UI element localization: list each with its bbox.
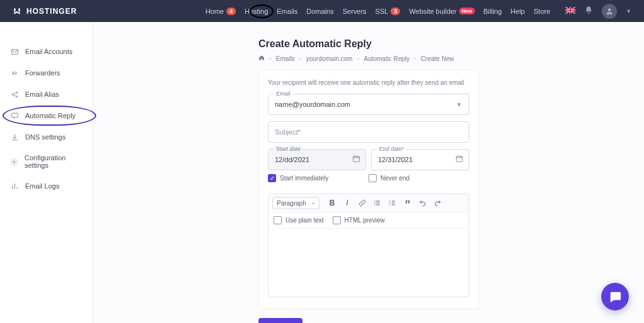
top-navigation: HOSTINGER Home4 Hosting Emails Domains S… — [0, 0, 644, 22]
sidebar-item-dns-settings[interactable]: DNS settings — [0, 126, 92, 148]
start-immediately-check[interactable]: Start immediately — [268, 174, 328, 182]
check-label: HTML preview — [345, 217, 385, 224]
home-icon[interactable] — [258, 55, 265, 62]
svg-rect-7 — [353, 156, 360, 162]
nav-store[interactable]: Store — [530, 5, 553, 18]
svg-point-10 — [374, 202, 375, 203]
breadcrumb: Emails yourdomain.com Automatic Reply Cr… — [258, 55, 479, 62]
gear-icon — [10, 157, 18, 166]
start-date-label: Start date — [274, 146, 303, 152]
email-input[interactable] — [269, 94, 469, 114]
create-button[interactable]: Create — [258, 318, 303, 323]
form-hint: Your recipient will receive one automati… — [268, 79, 469, 86]
sidebar-item-label: Email Accounts — [25, 48, 72, 55]
never-end-check[interactable]: Never end — [369, 174, 469, 182]
svg-text:3: 3 — [389, 204, 391, 206]
italic-button[interactable]: I — [341, 197, 353, 209]
checkbox-icon[interactable] — [369, 174, 377, 182]
nav-emails[interactable]: Emails — [273, 5, 301, 18]
email-field[interactable]: Email ▼ — [268, 94, 469, 115]
nav-ssl-badge: 3 — [391, 8, 400, 15]
html-preview-check[interactable]: HTML preview — [333, 216, 385, 224]
editor-options: Use plain text HTML preview — [269, 212, 469, 229]
brand-name: HOSTINGER — [26, 7, 77, 16]
chat-support-button[interactable] — [601, 283, 629, 310]
svg-point-6 — [13, 160, 15, 162]
subject-field[interactable] — [268, 121, 469, 143]
breadcrumb-item[interactable]: Emails — [276, 55, 295, 62]
link-button[interactable] — [356, 197, 369, 209]
checkbox-icon[interactable] — [268, 174, 276, 182]
sidebar-item-label: Configuration settings — [25, 154, 82, 169]
nav-servers[interactable]: Servers — [339, 5, 370, 18]
stats-icon — [10, 182, 19, 190]
sidebar-item-label: Forwarders — [25, 69, 60, 77]
nav-help[interactable]: Help — [507, 5, 529, 18]
nav-website-builder[interactable]: Website builderNew — [405, 5, 478, 18]
brand-logo-icon — [13, 7, 21, 16]
checkbox-icon[interactable] — [274, 216, 282, 224]
bold-button[interactable]: B — [326, 197, 338, 209]
mail-icon — [10, 47, 19, 56]
nav-right: ▼ — [565, 4, 631, 19]
start-date-field[interactable]: Start date — [268, 149, 366, 170]
calendar-icon[interactable] — [352, 155, 360, 165]
svg-rect-8 — [457, 156, 463, 162]
end-date-label: End date* — [377, 146, 407, 152]
sidebar-item-label: Email Alias — [25, 90, 59, 98]
forward-icon — [10, 68, 19, 77]
list-ordered-button[interactable]: 123 — [386, 197, 399, 209]
use-plain-text-check[interactable]: Use plain text — [274, 216, 324, 224]
subject-input[interactable] — [269, 122, 469, 142]
breadcrumb-item[interactable]: yourdomain.com — [306, 55, 353, 62]
end-date-input[interactable] — [372, 150, 469, 170]
brand[interactable]: HOSTINGER — [13, 7, 77, 16]
calendar-icon[interactable] — [455, 155, 464, 165]
sidebar-item-automatic-reply[interactable]: Automatic Reply — [0, 105, 92, 126]
user-menu-caret-icon[interactable]: ▼ — [626, 8, 631, 14]
checkbox-icon[interactable] — [333, 216, 341, 224]
share-icon — [10, 90, 19, 99]
nav-home[interactable]: Home4 — [202, 5, 240, 18]
sidebar-item-email-accounts[interactable]: Email Accounts — [0, 41, 92, 62]
svg-point-2 — [12, 94, 13, 95]
rich-text-editor: Paragraph B I 123 Use plain text — [268, 194, 469, 297]
sidebar-item-label: Automatic Reply — [25, 112, 75, 119]
download-icon — [10, 133, 19, 141]
nav-hosting[interactable]: Hosting — [241, 5, 272, 18]
format-select[interactable]: Paragraph — [272, 197, 319, 209]
nav-wb-badge: New — [459, 8, 474, 14]
sidebar-item-forwarders[interactable]: Forwarders — [0, 62, 92, 84]
sidebar-item-email-logs[interactable]: Email Logs — [0, 175, 92, 197]
chevron-down-icon[interactable]: ▼ — [456, 101, 462, 108]
undo-button[interactable] — [416, 197, 429, 209]
redo-button[interactable] — [431, 197, 444, 209]
quote-button[interactable] — [401, 197, 414, 209]
nav-billing[interactable]: Billing — [480, 5, 506, 18]
editor-toolbar: Paragraph B I 123 — [269, 194, 469, 212]
chat-icon — [10, 111, 19, 120]
svg-rect-1 — [11, 49, 18, 54]
language-icon[interactable] — [565, 7, 575, 16]
notifications-icon[interactable] — [584, 6, 593, 16]
sidebar-item-email-alias[interactable]: Email Alias — [0, 84, 92, 105]
svg-point-11 — [374, 204, 375, 205]
email-label: Email — [274, 90, 293, 97]
breadcrumb-item[interactable]: Automatic Reply — [364, 55, 409, 62]
user-avatar[interactable] — [602, 4, 617, 19]
end-date-field[interactable]: End date* — [371, 149, 469, 170]
check-label: Never end — [380, 175, 409, 182]
nav-domains[interactable]: Domains — [303, 5, 337, 18]
sidebar-item-configuration-settings[interactable]: Configuration settings — [0, 148, 92, 175]
svg-rect-5 — [11, 113, 18, 118]
main-nav: Home4 Hosting Emails Domains Servers SSL… — [202, 5, 554, 18]
main-content: Create Automatic Reply Emails yourdomain… — [93, 22, 644, 323]
sidebar: Email Accounts Forwarders Email Alias Au… — [0, 22, 93, 323]
start-date-input[interactable] — [269, 150, 365, 170]
list-unordered-button[interactable] — [371, 197, 384, 209]
svg-point-3 — [16, 92, 17, 93]
check-label: Start immediately — [280, 175, 328, 182]
page-title: Create Automatic Reply — [258, 38, 479, 50]
editor-body[interactable] — [269, 229, 469, 297]
nav-ssl[interactable]: SSL3 — [372, 5, 404, 18]
